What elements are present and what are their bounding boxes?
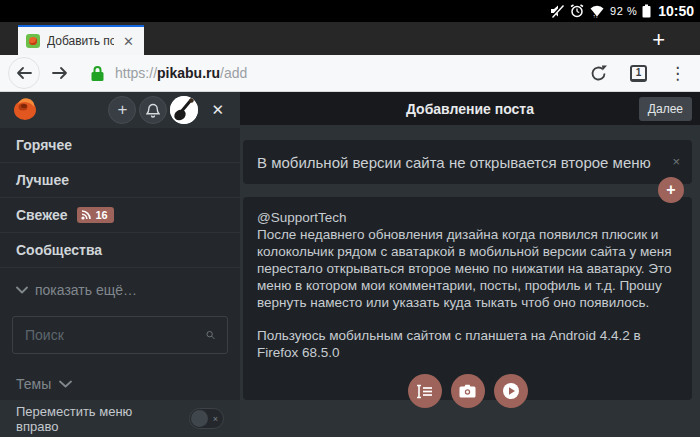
pikabu-logo-icon bbox=[12, 98, 38, 122]
add-video-button[interactable] bbox=[494, 374, 528, 408]
clear-title-icon[interactable]: × bbox=[672, 154, 680, 169]
tab-close-icon[interactable]: ✕ bbox=[121, 34, 136, 49]
move-menu-toggle[interactable]: × bbox=[189, 408, 224, 429]
search-input[interactable] bbox=[25, 327, 206, 343]
battery-percent: 92 % bbox=[610, 5, 637, 17]
post-editor-header: Добавление поста Далее bbox=[240, 92, 700, 125]
sidebar-top-bar: + ✕ bbox=[0, 92, 240, 128]
post-body-paragraph-2: Пользуюсь мобильным сайтом с планшета на… bbox=[257, 327, 678, 361]
back-arrow-icon bbox=[15, 64, 33, 82]
svg-text:↑↓: ↑↓ bbox=[593, 13, 598, 19]
wifi-icon: ↑↓ bbox=[589, 4, 605, 18]
rss-count-badge[interactable]: 16 bbox=[77, 207, 113, 223]
add-block-button[interactable]: + bbox=[658, 177, 684, 203]
next-button[interactable]: Далее bbox=[639, 97, 692, 121]
forward-button[interactable] bbox=[44, 57, 76, 89]
close-menu-icon[interactable]: ✕ bbox=[201, 97, 230, 123]
chevron-down-icon bbox=[16, 286, 28, 294]
post-body-editor[interactable]: @SupportTech После недавнего обновления … bbox=[243, 197, 692, 400]
browser-tab-strip: Добавить пост ✕ + bbox=[0, 22, 700, 55]
toggle-off-icon: × bbox=[213, 414, 218, 423]
bell-icon bbox=[146, 103, 160, 118]
pikabu-favicon-icon bbox=[26, 34, 40, 48]
alarm-icon bbox=[570, 4, 584, 18]
add-text-button[interactable] bbox=[408, 374, 442, 408]
mute-icon bbox=[550, 4, 565, 18]
tab-count: 1 bbox=[636, 67, 642, 78]
show-more-link[interactable]: показать ещё… bbox=[0, 268, 240, 308]
url-text[interactable]: https://pikabu.ru/add bbox=[115, 65, 247, 81]
user-avatar[interactable] bbox=[170, 96, 198, 124]
rss-icon bbox=[81, 210, 91, 220]
post-title-input[interactable] bbox=[243, 140, 692, 184]
sidebar-item-best[interactable]: Лучшее bbox=[0, 163, 240, 198]
chevron-down-icon bbox=[59, 380, 72, 388]
sidebar-item-fresh[interactable]: Свежее 16 bbox=[0, 198, 240, 233]
browser-tab-active[interactable]: Добавить пост ✕ bbox=[18, 25, 144, 55]
post-editor: Добавление поста Далее × + @SupportTech … bbox=[240, 92, 700, 437]
text-cursor-icon bbox=[416, 384, 433, 399]
reload-button[interactable] bbox=[589, 64, 608, 83]
sidebar-item-communities[interactable]: Сообщества bbox=[0, 233, 240, 268]
notifications-button[interactable] bbox=[139, 96, 167, 124]
new-tab-button[interactable]: + bbox=[652, 29, 665, 51]
pikabu-page: + ✕ Горячее Лу bbox=[0, 92, 700, 437]
clock-time: 10:50 bbox=[658, 3, 694, 19]
toggle-knob bbox=[191, 410, 208, 427]
play-icon bbox=[502, 382, 520, 400]
search-icon[interactable] bbox=[206, 327, 215, 343]
post-editor-content: × + @SupportTech После недавнего обновле… bbox=[240, 125, 700, 437]
move-menu-row: Переместить меню вправо × bbox=[0, 400, 240, 437]
move-menu-label: Переместить меню вправо bbox=[16, 404, 175, 434]
sidebar-menu: + ✕ Горячее Лу bbox=[0, 92, 240, 437]
forward-arrow-icon bbox=[51, 64, 69, 82]
url-path: /add bbox=[220, 65, 247, 81]
tab-counter-button[interactable]: 1 bbox=[630, 65, 647, 82]
editor-action-row bbox=[257, 374, 678, 408]
guitar-avatar-image bbox=[170, 96, 198, 124]
post-body-paragraph: После недавнего обновления дизайна когда… bbox=[257, 226, 678, 311]
url-scheme: https:// bbox=[115, 65, 157, 81]
browser-menu-button[interactable]: ⋮ bbox=[669, 65, 686, 82]
url-host: pikabu.ru bbox=[157, 65, 220, 81]
sidebar-search bbox=[12, 316, 228, 354]
battery-icon bbox=[642, 4, 651, 18]
back-button[interactable] bbox=[8, 57, 40, 89]
browser-url-bar: https://pikabu.ru/add 1 ⋮ bbox=[0, 55, 700, 92]
secure-lock-icon bbox=[90, 65, 105, 82]
post-body-mention: @SupportTech bbox=[257, 209, 678, 226]
reload-icon bbox=[589, 64, 608, 83]
screen: ↑↓ 92 % 10:50 Добавить пост ✕ + bbox=[0, 0, 700, 437]
add-post-button[interactable]: + bbox=[108, 96, 136, 124]
page-title: Добавление поста bbox=[240, 101, 700, 117]
add-photo-button[interactable] bbox=[451, 374, 485, 408]
android-status-bar: ↑↓ 92 % 10:50 bbox=[0, 0, 700, 22]
sidebar-item-hot[interactable]: Горячее bbox=[0, 128, 240, 163]
camera-icon bbox=[459, 384, 476, 398]
tab-title: Добавить пост bbox=[47, 34, 114, 48]
